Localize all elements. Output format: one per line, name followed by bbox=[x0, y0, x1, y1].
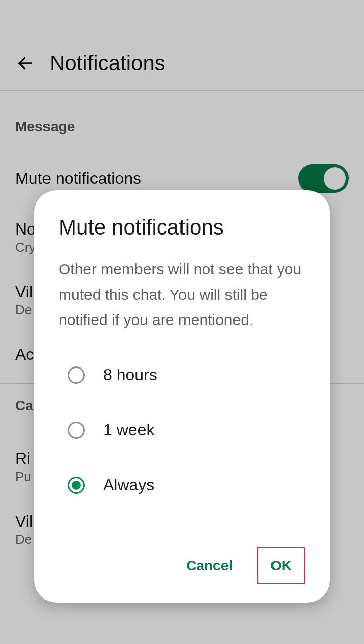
option-1-week[interactable]: 1 week bbox=[59, 402, 305, 457]
ok-button[interactable]: OK bbox=[257, 547, 305, 584]
option-label: 8 hours bbox=[103, 365, 157, 384]
dialog-title: Mute notifications bbox=[59, 215, 305, 240]
radio-icon bbox=[68, 422, 85, 439]
radio-icon bbox=[68, 477, 85, 494]
dialog-options: 8 hours 1 week Always bbox=[59, 347, 305, 543]
dialog-actions: Cancel OK bbox=[59, 543, 305, 584]
option-label: 1 week bbox=[103, 421, 154, 439]
radio-icon bbox=[68, 366, 85, 384]
dialog-description: Other members will not see that you mute… bbox=[59, 257, 305, 332]
cancel-button[interactable]: Cancel bbox=[174, 551, 245, 580]
option-8-hours[interactable]: 8 hours bbox=[59, 347, 305, 402]
option-always[interactable]: Always bbox=[59, 457, 305, 513]
mute-dialog: Mute notifications Other members will no… bbox=[34, 190, 330, 603]
option-label: Always bbox=[103, 476, 154, 494]
